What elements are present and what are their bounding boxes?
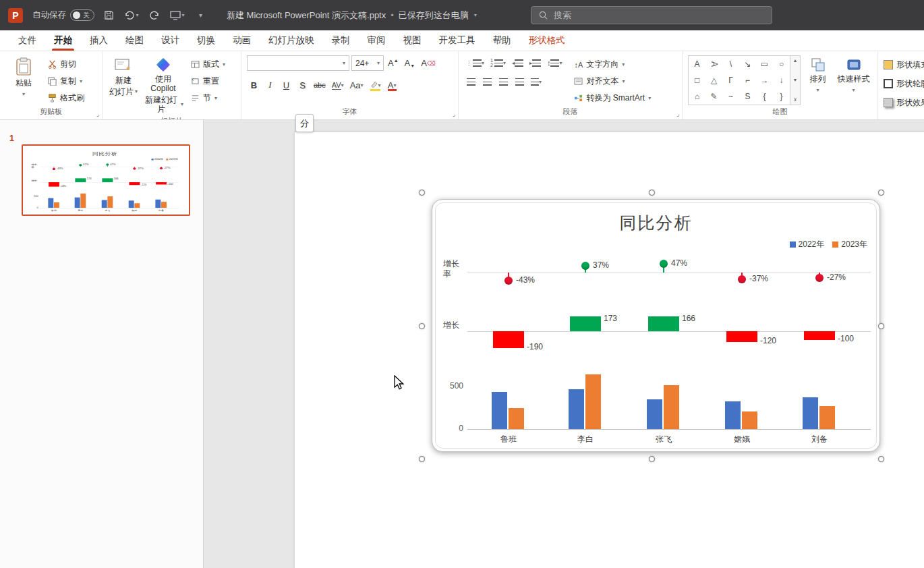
- columns-button[interactable]: ▾: [529, 74, 544, 89]
- convert-smartart-button[interactable]: 转换为 SmartArt ▾: [571, 90, 654, 106]
- redo-button[interactable]: [146, 7, 163, 24]
- shape-curve-icon[interactable]: ~: [722, 88, 739, 105]
- ribbon-tab-design[interactable]: 设计: [152, 30, 188, 51]
- shape-scribble-icon[interactable]: ✎: [705, 88, 722, 105]
- numbering-button[interactable]: 12▾: [488, 55, 508, 70]
- shrink-font-button[interactable]: A▼: [403, 56, 417, 71]
- shape-outline-button[interactable]: 形状轮廓 ▾: [884, 76, 924, 92]
- autosave-switch[interactable]: 关: [70, 9, 94, 21]
- cut-button[interactable]: 剪切: [45, 57, 88, 72]
- new-slide-button[interactable]: 新建 幻灯片▾: [108, 55, 139, 98]
- shapes-gallery-scrollbar[interactable]: ▲ ▼ ⊻: [790, 55, 801, 105]
- slide-thumbnail-1[interactable]: 同比分析2022年2023年增长 率-43%37%47%-37%-27%增长-1…: [22, 144, 190, 216]
- format-painter-button[interactable]: 格式刷: [45, 90, 88, 106]
- shape-line-icon[interactable]: \: [722, 56, 739, 72]
- resize-handle-top-right[interactable]: [878, 190, 884, 196]
- shape-isosceles-triangle-icon[interactable]: △: [705, 72, 722, 88]
- slide-canvas[interactable]: 同比分析2022年2023年增长 率-43%37%47%-37%-27%增长-1…: [204, 120, 924, 568]
- shape-elbow-connector-icon[interactable]: Γ: [722, 72, 739, 88]
- bullets-button[interactable]: ⋮▾: [464, 55, 486, 70]
- shape-left-brace-icon[interactable]: {: [756, 88, 773, 105]
- shape-rounded-rectangle-icon[interactable]: □: [689, 72, 705, 88]
- shape-fill-button[interactable]: 形状填充 ▾: [884, 57, 924, 73]
- search-input[interactable]: 搜索: [531, 6, 772, 24]
- align-left-button[interactable]: [464, 74, 478, 89]
- highlight-color-button[interactable]: ▾: [368, 78, 383, 92]
- ribbon-tab-animations[interactable]: 动画: [224, 30, 260, 51]
- align-right-button[interactable]: [496, 74, 511, 89]
- decrease-indent-button[interactable]: ◂: [510, 55, 525, 70]
- shape-text-box-icon[interactable]: A: [689, 56, 705, 72]
- ribbon-tab-shape-format[interactable]: 形状格式: [520, 30, 574, 51]
- shape-right-arrow-icon[interactable]: →: [756, 72, 773, 88]
- clipboard-dialog-launcher[interactable]: ⌟: [96, 111, 99, 117]
- copy-button[interactable]: 复制 ▾: [45, 74, 88, 89]
- chart-object[interactable]: 同比分析2022年2023年增长 率-43%37%47%-37%-27%增长-1…: [432, 199, 880, 452]
- powerpoint-logo-icon[interactable]: P: [8, 8, 23, 23]
- ribbon-tab-review[interactable]: 审阅: [359, 30, 395, 51]
- resize-handle-middle-left[interactable]: [419, 323, 425, 329]
- shape-right-brace-icon[interactable]: }: [773, 88, 790, 105]
- ribbon-tab-file[interactable]: 文件: [9, 30, 45, 51]
- shape-arc-icon[interactable]: S: [739, 88, 756, 105]
- scroll-up-icon[interactable]: ▲: [793, 58, 798, 63]
- quick-styles-button[interactable]: 快速样式 ▾: [835, 55, 872, 97]
- shape-oval-icon[interactable]: ○: [773, 56, 790, 72]
- ribbon-tab-slideshow[interactable]: 幻灯片放映: [260, 30, 323, 51]
- touch-mouse-mode-button[interactable]: ▾: [169, 7, 186, 24]
- section-button[interactable]: 节 ▾: [187, 90, 229, 106]
- ribbon-tab-home[interactable]: 开始: [45, 30, 81, 51]
- line-spacing-button[interactable]: ↕▾: [545, 55, 565, 70]
- justify-button[interactable]: [513, 74, 527, 89]
- shape-rectangle-icon[interactable]: ▭: [756, 56, 773, 72]
- shape-down-arrow-icon[interactable]: ↓: [773, 72, 790, 88]
- italic-button[interactable]: I: [263, 78, 277, 92]
- align-text-button[interactable]: 对齐文本 ▾: [571, 74, 654, 89]
- save-button[interactable]: [100, 7, 117, 24]
- increase-indent-button[interactable]: ▸: [527, 55, 543, 70]
- reset-button[interactable]: 重置: [187, 74, 229, 89]
- bold-button[interactable]: B: [247, 78, 261, 92]
- ribbon-tab-draw[interactable]: 绘图: [117, 30, 152, 51]
- shape-vertical-text-box-icon[interactable]: A: [706, 56, 722, 73]
- scroll-down-icon[interactable]: ▼: [793, 78, 798, 82]
- ribbon-tab-record[interactable]: 录制: [323, 30, 359, 51]
- autosave-toggle[interactable]: 自动保存 关: [32, 9, 94, 21]
- undo-button[interactable]: ▾: [123, 7, 140, 24]
- resize-handle-top-middle[interactable]: [649, 190, 655, 196]
- grow-font-button[interactable]: A▲: [386, 56, 401, 71]
- clear-formatting-button[interactable]: A⌫: [419, 56, 437, 71]
- ribbon-tab-developer[interactable]: 开发工具: [430, 30, 484, 51]
- gallery-more-icon[interactable]: ⊻: [793, 97, 797, 103]
- shape-elbow-arrow-connector-icon[interactable]: ⌐: [739, 72, 756, 88]
- font-color-button[interactable]: A ▾: [385, 78, 399, 92]
- font-name-combo[interactable]: ▾: [247, 55, 349, 71]
- paragraph-dialog-launcher[interactable]: ⌟: [676, 111, 679, 117]
- layout-button[interactable]: 版式 ▾: [187, 57, 229, 72]
- strikethrough-button[interactable]: abc: [312, 78, 328, 92]
- ribbon-tab-help[interactable]: 帮助: [484, 30, 520, 51]
- quick-access-more-button[interactable]: ▾: [192, 7, 209, 24]
- underline-button[interactable]: U: [279, 78, 293, 92]
- document-title[interactable]: 新建 Microsoft PowerPoint 演示文稿.pptx • 已保存到…: [227, 9, 477, 22]
- ribbon-tab-view[interactable]: 视图: [395, 30, 430, 51]
- paste-button[interactable]: 粘贴 ▾: [5, 55, 42, 101]
- font-dialog-launcher[interactable]: ⌟: [453, 111, 455, 117]
- resize-handle-top-left[interactable]: [419, 190, 425, 196]
- character-spacing-button[interactable]: AV▾: [330, 78, 346, 92]
- align-center-button[interactable]: [480, 74, 494, 89]
- resize-handle-bottom-right[interactable]: [878, 456, 884, 462]
- font-size-combo[interactable]: 24+▾: [351, 55, 384, 71]
- text-shadow-button[interactable]: S: [295, 78, 310, 92]
- text-direction-button[interactable]: ↕A 文字方向 ▾: [571, 57, 654, 72]
- ribbon-tab-transitions[interactable]: 切换: [188, 30, 224, 51]
- resize-handle-middle-right[interactable]: [878, 323, 884, 329]
- shape-freeform-icon[interactable]: ⌂: [689, 88, 705, 105]
- ribbon-tab-insert[interactable]: 插入: [81, 30, 117, 51]
- shape-effects-button[interactable]: 形状效果 ▾: [884, 94, 924, 111]
- change-case-button[interactable]: Aa▾: [348, 78, 366, 92]
- copilot-new-slide-button[interactable]: 使用 Copilot 新建幻灯片▾: [142, 55, 185, 116]
- resize-handle-bottom-left[interactable]: [419, 456, 425, 462]
- shape-line-arrow-icon[interactable]: ↘: [739, 56, 756, 72]
- resize-handle-bottom-middle[interactable]: [649, 456, 655, 462]
